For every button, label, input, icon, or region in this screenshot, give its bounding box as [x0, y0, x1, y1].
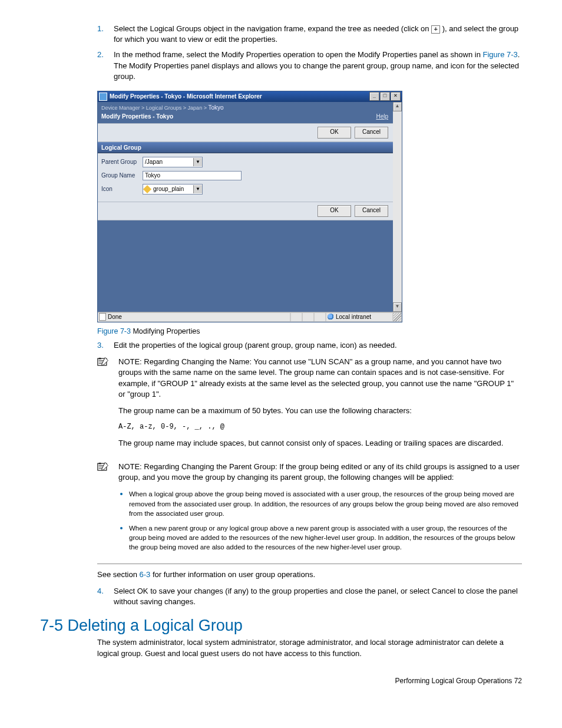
allowed-chars: A-Z, a-z, 0-9, -, _, ., @ — [118, 422, 522, 432]
document-icon — [99, 313, 106, 321]
note-prefix: NOTE: — [118, 462, 142, 471]
group-name-label: Group Name — [101, 172, 143, 179]
cancel-button[interactable]: Cancel — [355, 205, 388, 217]
step-text: Select OK to save your changes (if any) … — [114, 587, 518, 606]
note-block: NOTE: Regarding Changing the Name: You c… — [97, 357, 522, 454]
section-header: Logical Group — [98, 142, 393, 153]
step-number: 4. — [97, 586, 104, 597]
note-icon — [97, 462, 110, 556]
breadcrumb: Device Manager > Logical Groups > Japan … — [98, 102, 393, 112]
note-text: The group name may include spaces, but c… — [118, 438, 522, 449]
note-prefix: NOTE: — [118, 357, 142, 366]
zone-icon — [328, 314, 334, 320]
group-name-input[interactable]: Tokyo — [143, 171, 242, 180]
section-link[interactable]: 6-3 — [140, 570, 151, 579]
text: for further information on user group op… — [150, 570, 315, 579]
figure-caption: Figure 7-3 Modifying Properties — [97, 327, 522, 335]
list-item: When a logical group above the group bei… — [129, 489, 522, 518]
step-3: 3. Edit the properties of the logical gr… — [114, 340, 522, 351]
chevron-down-icon: ▼ — [193, 158, 202, 166]
parent-group-row: Parent Group /Japan ▼ — [101, 157, 389, 167]
group-icon-preview — [143, 185, 151, 193]
page-footer: Performing Logical Group Operations 72 — [40, 677, 522, 685]
parent-group-label: Parent Group — [101, 159, 143, 165]
icon-row: Icon group_plain ▼ — [101, 184, 389, 195]
note-block: NOTE: Regarding Changing the Parent Grou… — [97, 462, 522, 556]
select-value: /Japan — [143, 159, 193, 165]
ok-button[interactable]: OK — [318, 127, 351, 139]
text: See section — [97, 570, 140, 579]
help-link[interactable]: Help — [376, 113, 388, 120]
list-item: When a new parent group or any logical g… — [129, 523, 522, 552]
ie-app-icon — [99, 93, 107, 101]
expand-icon: + — [431, 25, 440, 34]
note-icon — [97, 357, 110, 454]
figure-link[interactable]: Figure 7-3 — [483, 50, 518, 59]
minimize-button[interactable]: _ — [369, 92, 379, 101]
status-text: Done — [108, 314, 122, 320]
figure-number: Figure 7-3 — [97, 327, 131, 335]
step-number: 2. — [97, 50, 104, 60]
scroll-up-icon[interactable]: ▲ — [393, 102, 402, 111]
breadcrumb-item[interactable]: Japan — [188, 105, 203, 111]
step-2: 2. In the method frame, select the Modif… — [114, 50, 522, 82]
icon-select[interactable]: group_plain ▼ — [143, 184, 203, 195]
step-1: 1. Select the Logical Groups object in t… — [114, 24, 522, 45]
group-name-row: Group Name Tokyo — [101, 171, 389, 180]
select-value: group_plain — [151, 186, 193, 192]
note-text: Regarding Changing the Name: You cannot … — [118, 357, 514, 398]
section-intro: The system administrator, local system a… — [97, 637, 522, 658]
step-text: Select the Logical Groups object in the … — [114, 24, 431, 33]
scroll-down-icon[interactable]: ▼ — [393, 302, 402, 312]
step-text: Edit the properties of the logical group… — [114, 341, 397, 350]
breadcrumb-current: Tokyo — [208, 104, 223, 111]
resize-grip-icon[interactable] — [393, 312, 402, 322]
note-text: Regarding Changing the Parent Group: If … — [118, 462, 520, 482]
screenshot-figure: Modify Properties - Tokyo - Microsoft In… — [97, 91, 522, 322]
status-bar: Done Local intranet — [98, 312, 402, 322]
window-title: Modify Properties - Tokyo - Microsoft In… — [110, 93, 369, 100]
step-number: 3. — [97, 340, 104, 351]
step-4: 4. Select OK to save your changes (if an… — [114, 586, 522, 607]
step-number: 1. — [97, 24, 104, 34]
status-zone: Local intranet — [336, 314, 371, 320]
close-button[interactable]: × — [391, 92, 401, 101]
window-titlebar: Modify Properties - Tokyo - Microsoft In… — [98, 91, 402, 102]
cross-reference: See section 6-3 for further information … — [97, 570, 522, 579]
vertical-scrollbar[interactable]: ▲ ▼ — [393, 102, 402, 312]
panel-title: Modify Properties - Tokyo — [101, 113, 173, 120]
step-text: In the method frame, select the Modify P… — [114, 50, 483, 59]
ok-button[interactable]: OK — [318, 205, 351, 217]
browser-window: Modify Properties - Tokyo - Microsoft In… — [97, 91, 402, 322]
section-heading: 7-5 Deleting a Logical Group — [40, 617, 522, 635]
icon-label: Icon — [101, 186, 143, 192]
breadcrumb-item[interactable]: Logical Groups — [146, 105, 182, 111]
parent-group-select[interactable]: /Japan ▼ — [143, 157, 203, 167]
cancel-button[interactable]: Cancel — [355, 127, 388, 139]
figure-title: Modifying Properties — [131, 327, 200, 335]
maximize-button[interactable]: □ — [380, 92, 390, 101]
chevron-down-icon: ▼ — [193, 185, 202, 193]
divider — [97, 564, 522, 564]
breadcrumb-item[interactable]: Device Manager — [101, 105, 140, 111]
note-text: The group name can be a maximum of 50 by… — [118, 406, 522, 416]
